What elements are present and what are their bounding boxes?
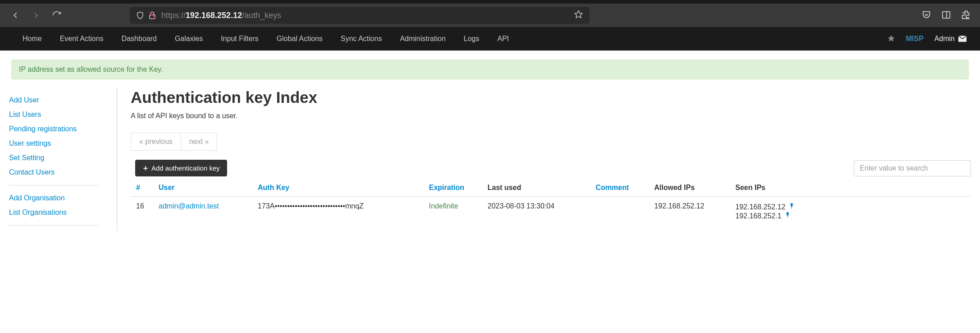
page-title: Authentication key Index	[131, 88, 971, 106]
col-user[interactable]: User	[153, 179, 252, 197]
col-expiration[interactable]: Expiration	[424, 179, 482, 197]
alert-success: IP address set as allowed source for the…	[11, 60, 969, 79]
pin-icon[interactable]	[789, 203, 795, 211]
col-num[interactable]: #	[131, 179, 153, 197]
app-navbar: Home Event Actions Dashboard Galaxies In…	[0, 27, 980, 51]
cell-comment	[590, 197, 649, 226]
sidebar-contact-users[interactable]: Contact Users	[9, 165, 117, 180]
col-comment[interactable]: Comment	[590, 179, 649, 197]
nav-home[interactable]: Home	[14, 27, 51, 51]
plus-icon	[142, 165, 149, 171]
sidebar-toggle-icon[interactable]	[941, 10, 951, 21]
svg-marker-5	[888, 35, 894, 41]
sidebar-list-organisations[interactable]: List Organisations	[9, 205, 117, 220]
sidebar-add-organisation[interactable]: Add Organisation	[9, 191, 117, 205]
cell-lastused: 2023-08-03 13:30:04	[482, 197, 590, 226]
sidebar-divider-2	[9, 225, 99, 226]
user-menu[interactable]: Admin	[934, 35, 966, 43]
pagination: « previous next »	[131, 133, 217, 151]
sidebar-divider	[9, 185, 99, 185]
bookmark-star-icon[interactable]	[574, 10, 583, 21]
col-lastused[interactable]: Last used	[482, 179, 590, 197]
lock-warning-icon	[148, 11, 157, 20]
nav-api[interactable]: API	[488, 27, 518, 51]
pin-icon[interactable]	[784, 212, 791, 220]
cell-user-link[interactable]: admin@admin.test	[159, 202, 219, 210]
nav-event-actions[interactable]: Event Actions	[51, 27, 113, 51]
cell-authkey: 173A••••••••••••••••••••••••••••mnqZ	[252, 197, 424, 226]
seen-ip-2: 192.168.252.1	[735, 212, 781, 220]
browser-toolbar: https://192.168.252.12/auth_keys	[0, 0, 980, 27]
pocket-icon[interactable]	[921, 10, 931, 21]
sidebar: Add User List Users Pending registration…	[9, 88, 117, 231]
url-bar[interactable]: https://192.168.252.12/auth_keys	[130, 7, 589, 24]
nav-dashboard[interactable]: Dashboard	[113, 27, 166, 51]
brand-label[interactable]: MISP	[906, 35, 924, 43]
col-authkey[interactable]: Auth Key	[252, 179, 424, 197]
cell-allowed-ips: 192.168.252.12	[649, 197, 730, 226]
nav-input-filters[interactable]: Input Filters	[212, 27, 268, 51]
back-button[interactable]	[9, 9, 22, 22]
forward-button[interactable]	[30, 9, 42, 22]
nav-global-actions[interactable]: Global Actions	[268, 27, 332, 51]
col-allowed-ips[interactable]: Allowed IPs	[649, 179, 730, 197]
auth-keys-table: # User Auth Key Expiration Last used Com…	[131, 179, 971, 226]
previous-page[interactable]: « previous	[131, 133, 181, 150]
user-label: Admin	[934, 35, 955, 43]
page-subtitle: A list of API keys bound to a user.	[131, 112, 971, 120]
add-btn-label: Add authentication key	[151, 164, 220, 172]
nav-sync-actions[interactable]: Sync Actions	[332, 27, 391, 51]
table-row: 16 admin@admin.test 173A••••••••••••••••…	[131, 197, 971, 226]
extensions-icon[interactable]	[961, 10, 971, 21]
shield-icon	[136, 11, 144, 19]
cell-expiration: Indefinite	[429, 202, 458, 210]
add-authentication-key-button[interactable]: Add authentication key	[135, 160, 227, 176]
reload-button[interactable]	[50, 9, 63, 22]
next-page[interactable]: next »	[181, 133, 217, 150]
seen-ip-1: 192.168.252.12	[735, 203, 785, 211]
main-content: Authentication key Index A list of API k…	[117, 88, 971, 231]
cell-num: 16	[131, 197, 153, 226]
sidebar-list-users[interactable]: List Users	[9, 107, 117, 122]
nav-administration[interactable]: Administration	[391, 27, 455, 51]
alert-message: IP address set as allowed source for the…	[19, 65, 163, 73]
nav-galaxies[interactable]: Galaxies	[166, 27, 212, 51]
svg-marker-2	[575, 10, 583, 18]
mail-icon	[958, 36, 966, 42]
favorite-icon[interactable]	[887, 34, 895, 44]
sidebar-user-settings[interactable]: User settings	[9, 136, 117, 151]
nav-logs[interactable]: Logs	[455, 27, 488, 51]
cell-seen-ips: 192.168.252.12 192.168.252.1	[730, 197, 971, 226]
url-text: https://192.168.252.12/auth_keys	[161, 11, 570, 20]
sidebar-pending-registrations[interactable]: Pending registrations	[9, 122, 117, 136]
search-input[interactable]	[854, 160, 971, 176]
col-seen-ips[interactable]: Seen IPs	[730, 179, 971, 197]
sidebar-set-setting[interactable]: Set Setting	[9, 151, 117, 165]
sidebar-add-user[interactable]: Add User	[9, 93, 117, 107]
